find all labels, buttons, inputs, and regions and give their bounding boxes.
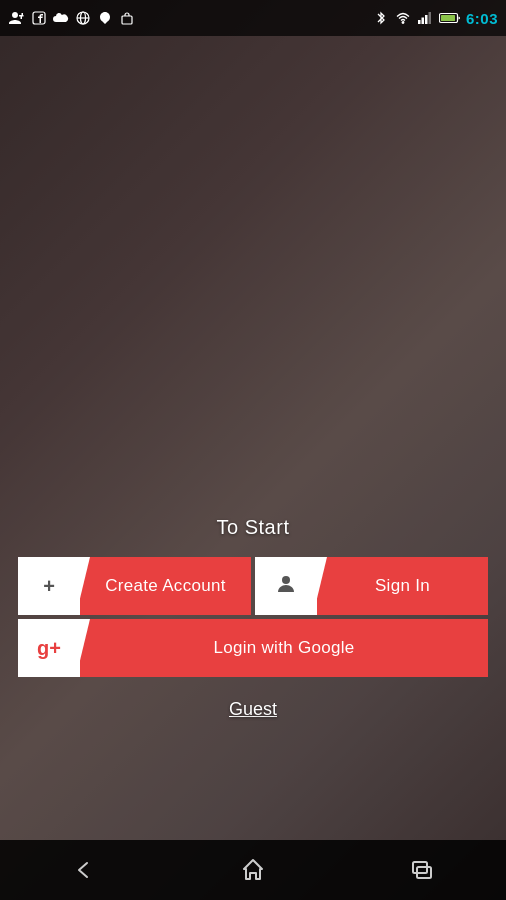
home-button[interactable] bbox=[228, 850, 278, 890]
svg-rect-6 bbox=[418, 20, 421, 24]
sign-in-tab bbox=[255, 557, 317, 615]
add-user-icon bbox=[8, 9, 26, 27]
create-account-tab: + bbox=[18, 557, 80, 615]
wifi-icon bbox=[394, 9, 412, 27]
buttons-container: + Create Account Sign In bbox=[18, 557, 488, 677]
svg-rect-4 bbox=[122, 16, 132, 24]
facebook-icon bbox=[30, 9, 48, 27]
google-icon: g+ bbox=[37, 637, 61, 660]
back-button[interactable] bbox=[59, 850, 109, 890]
plus-icon: + bbox=[43, 575, 55, 598]
signal-icon bbox=[416, 9, 434, 27]
globe-icon bbox=[74, 9, 92, 27]
google-tab: g+ bbox=[18, 619, 80, 677]
person-icon bbox=[276, 574, 296, 599]
svg-rect-11 bbox=[441, 15, 455, 21]
to-start-label: To Start bbox=[217, 516, 290, 539]
guest-link[interactable]: Guest bbox=[229, 699, 277, 720]
svg-rect-9 bbox=[428, 12, 431, 24]
battery-icon bbox=[438, 9, 462, 27]
status-icons-left bbox=[8, 9, 372, 27]
status-icons-right: 6:03 bbox=[372, 9, 498, 27]
svg-rect-7 bbox=[421, 18, 424, 25]
sign-in-label: Sign In bbox=[317, 557, 488, 615]
recents-button[interactable] bbox=[397, 850, 447, 890]
login-google-label: Login with Google bbox=[80, 619, 488, 677]
svg-rect-8 bbox=[425, 15, 428, 24]
bluetooth-icon bbox=[372, 9, 390, 27]
svg-point-12 bbox=[282, 576, 290, 584]
status-time: 6:03 bbox=[466, 10, 498, 27]
nav-bar bbox=[0, 840, 506, 900]
cloud-icon bbox=[52, 9, 70, 27]
create-account-label: Create Account bbox=[80, 557, 251, 615]
svg-marker-13 bbox=[244, 860, 262, 879]
alien-icon bbox=[96, 9, 114, 27]
login-google-button[interactable]: g+ Login with Google bbox=[18, 619, 488, 677]
sign-in-button[interactable]: Sign In bbox=[255, 557, 488, 615]
svg-point-5 bbox=[402, 22, 404, 24]
create-account-button[interactable]: + Create Account bbox=[18, 557, 251, 615]
status-bar: 6:03 bbox=[0, 0, 506, 36]
top-row: + Create Account Sign In bbox=[18, 557, 488, 615]
bag-icon bbox=[118, 9, 136, 27]
main-content: To Start + Create Account bbox=[0, 36, 506, 840]
